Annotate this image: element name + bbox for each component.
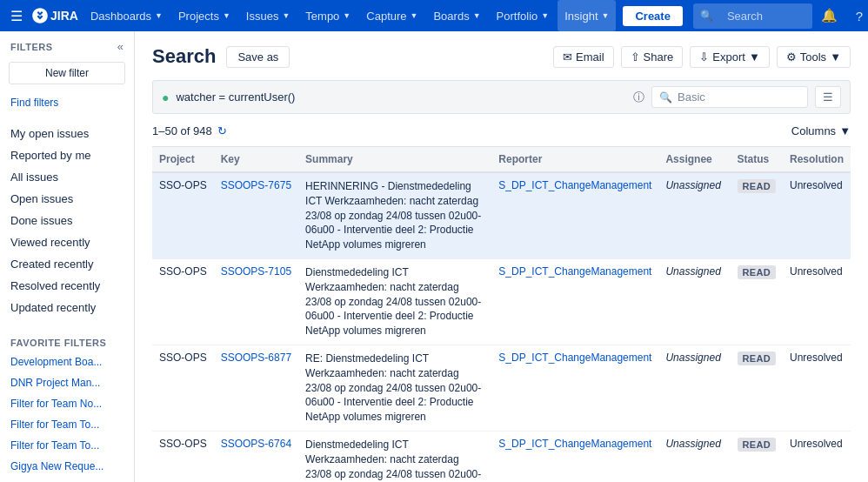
fav-filter-team-to1[interactable]: Filter for Team To... [0, 414, 134, 435]
email-button[interactable]: ✉ Email [553, 46, 614, 68]
filter-help-icon[interactable]: ⓘ [633, 90, 644, 105]
status-badge: READ [738, 438, 776, 452]
col-status[interactable]: Status [731, 147, 783, 173]
basic-search-input[interactable] [678, 90, 765, 104]
search-box[interactable]: 🔍 [693, 3, 812, 29]
sidebar-item-viewed-recently[interactable]: Viewed recently [0, 231, 134, 253]
cell-status: READ [731, 345, 783, 431]
table-row[interactable]: SSO-OPS SSOOPS-7105 Dienstmededeling ICT… [152, 258, 851, 345]
sidebar-item-done-issues[interactable]: Done issues [0, 210, 134, 231]
email-icon: ✉ [563, 50, 572, 64]
sidebar-item-reported-by-me[interactable]: Reported by me [0, 144, 134, 166]
col-resolution[interactable]: Resolution [783, 147, 851, 173]
export-button[interactable]: ⇩ Export ▼ [690, 46, 769, 68]
export-icon: ⇩ [699, 50, 709, 64]
favorite-filters-section: FAVORITE FILTERS Development Boa... DNR … [0, 329, 134, 477]
cell-assignee: Unassigned [658, 172, 730, 258]
cell-project: SSO-OPS [152, 431, 214, 482]
tools-button[interactable]: ⚙ Tools ▼ [777, 46, 851, 68]
fav-filter-dnr-project[interactable]: DNR Project Man... [0, 372, 134, 393]
new-filter-button[interactable]: New filter [9, 62, 125, 84]
col-assignee[interactable]: Assignee [658, 147, 730, 173]
table-header: Project Key Summary Reporter Assignee St… [152, 147, 851, 173]
export-caret: ▼ [749, 50, 760, 64]
status-badge: READ [738, 351, 776, 365]
boards-menu[interactable]: Boards ▼ [426, 0, 487, 31]
action-buttons: ✉ Email ⇧ Share ⇩ Export ▼ ⚙ Tools ▼ [553, 46, 851, 68]
cell-assignee: Unassigned [658, 345, 730, 431]
status-badge: READ [738, 265, 776, 279]
cell-resolution: Unresolved [783, 345, 851, 431]
filter-status-icon: ● [162, 90, 169, 104]
cell-project: SSO-OPS [152, 258, 214, 345]
main-content: Search Save as ✉ Email ⇧ Share ⇩ Export … [135, 31, 868, 482]
cell-reporter[interactable]: S_DP_ICT_ChangeManagement [491, 172, 658, 258]
hamburger-menu[interactable]: ☰ [7, 4, 26, 28]
page-title: Search [152, 45, 216, 68]
tools-caret: ▼ [830, 50, 841, 64]
results-table: Project Key Summary Reporter Assignee St… [152, 146, 851, 482]
cell-reporter[interactable]: S_DP_ICT_ChangeManagement [491, 258, 658, 345]
help-button[interactable]: ? [847, 3, 868, 28]
cell-key[interactable]: SSOOPS-7105 [214, 258, 298, 345]
nav-search-area: Create 🔍 🔔 ? ⚙ 👤 [618, 3, 868, 29]
nav-links-section: My open issues Reported by me All issues… [0, 123, 134, 318]
status-badge: READ [738, 179, 776, 193]
sidebar-item-my-open-issues[interactable]: My open issues [0, 123, 134, 144]
fav-filter-dev-board[interactable]: Development Boa... [0, 351, 134, 372]
issues-menu[interactable]: Issues ▼ [239, 0, 297, 31]
insight-menu[interactable]: Insight ▼ [558, 0, 616, 31]
col-reporter[interactable]: Reporter [491, 147, 658, 173]
save-as-button[interactable]: Save as [226, 46, 290, 68]
refresh-button[interactable]: ↻ [217, 124, 227, 137]
sidebar-item-created-recently[interactable]: Created recently [0, 253, 134, 275]
col-project[interactable]: Project [152, 147, 214, 173]
share-icon: ⇧ [631, 50, 640, 64]
cell-summary: Dienstmededeling ICT Werkzaamheden: nach… [298, 431, 491, 482]
table-row[interactable]: SSO-OPS SSOOPS-6877 RE: Dienstmededeling… [152, 345, 851, 431]
col-key[interactable]: Key [214, 147, 298, 173]
cell-status: READ [731, 172, 783, 258]
cell-reporter[interactable]: S_DP_ICT_ChangeManagement [491, 345, 658, 431]
fav-filter-gigya[interactable]: Gigya New Reque... [0, 456, 134, 477]
sidebar-item-all-issues[interactable]: All issues [0, 166, 134, 188]
col-summary[interactable]: Summary [298, 147, 491, 173]
cell-resolution: Unresolved [783, 258, 851, 345]
sidebar: FILTERS « New filter Find filters My ope… [0, 31, 135, 482]
table-row[interactable]: SSO-OPS SSOOPS-6764 Dienstmededeling ICT… [152, 431, 851, 482]
share-button[interactable]: ⇧ Share [621, 46, 684, 68]
tempo-menu[interactable]: Tempo ▼ [298, 0, 357, 31]
cell-key[interactable]: SSOOPS-6764 [214, 431, 298, 482]
find-filters-link[interactable]: Find filters [0, 93, 134, 112]
cell-assignee: Unassigned [658, 431, 730, 482]
table-row[interactable]: SSO-OPS SSOOPS-7675 HERINNERING - Dienst… [152, 172, 851, 258]
create-button[interactable]: Create [623, 6, 682, 26]
list-view-button[interactable]: ☰ [815, 86, 841, 108]
notifications-button[interactable]: 🔔 [818, 3, 842, 28]
cell-resolution: Unresolved [783, 431, 851, 482]
dashboards-menu[interactable]: Dashboards ▼ [83, 0, 170, 31]
columns-button[interactable]: Columns ▼ [791, 124, 851, 137]
portfolio-menu[interactable]: Portfolio ▼ [490, 0, 557, 31]
cell-key[interactable]: SSOOPS-6877 [214, 345, 298, 431]
sidebar-item-open-issues[interactable]: Open issues [0, 188, 134, 210]
capture-menu[interactable]: Capture ▼ [359, 0, 424, 31]
sidebar-item-resolved-recently[interactable]: Resolved recently [0, 275, 134, 297]
results-info: 1–50 of 948 ↻ Columns ▼ [152, 124, 851, 137]
collapse-sidebar-button[interactable]: « [117, 40, 124, 53]
sidebar-item-updated-recently[interactable]: Updated recently [0, 297, 134, 318]
columns-caret: ▼ [839, 124, 851, 137]
cell-summary: RE: Dienstmededeling ICT Werkzaamheden: … [298, 345, 491, 431]
cell-summary: Dienstmededeling ICT Werkzaamheden: nach… [298, 258, 491, 345]
basic-search-icon: 🔍 [659, 91, 672, 104]
basic-search-box[interactable]: 🔍 [651, 86, 808, 108]
cell-reporter[interactable]: S_DP_ICT_ChangeManagement [491, 431, 658, 482]
fav-filter-team-no[interactable]: Filter for Team No... [0, 393, 134, 414]
search-input[interactable] [718, 6, 805, 26]
cell-key[interactable]: SSOOPS-7675 [214, 172, 298, 258]
fav-filter-team-to2[interactable]: Filter for Team To... [0, 435, 134, 456]
filter-query-text: watcher = currentUser() [176, 90, 626, 104]
jira-logo[interactable]: JIRA [31, 7, 78, 24]
search-icon: 🔍 [700, 10, 713, 22]
projects-menu[interactable]: Projects ▼ [171, 0, 237, 31]
